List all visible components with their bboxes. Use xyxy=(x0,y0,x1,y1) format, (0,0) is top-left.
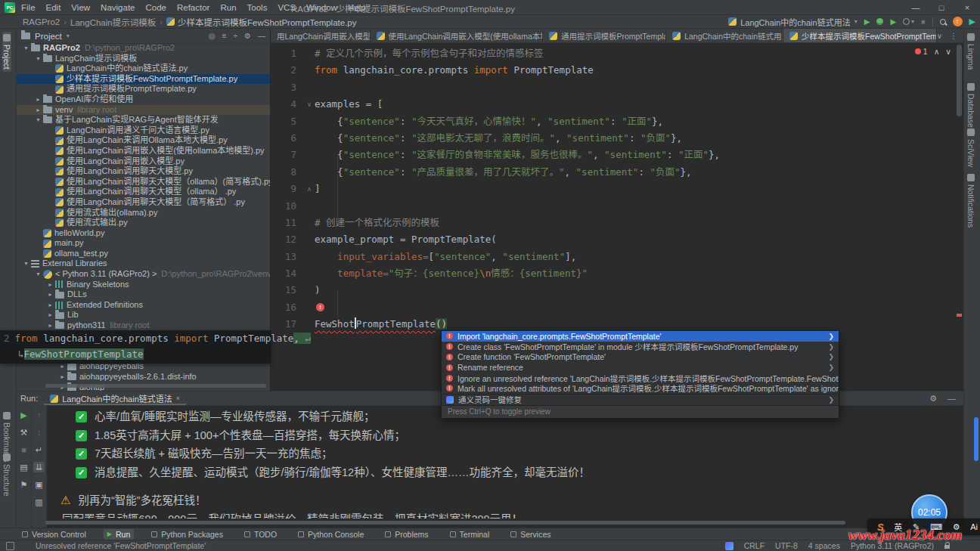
close-button[interactable]: × xyxy=(954,0,980,15)
intention-item[interactable]: !Ignore an unresolved reference 'LangCha… xyxy=(442,373,839,383)
sidebar-item-lingma[interactable]: Lingma xyxy=(966,33,975,70)
menu-item-run[interactable]: Run xyxy=(220,3,236,12)
tree-item[interactable]: ▸venvlibrary root xyxy=(17,105,270,116)
editor-code-area[interactable]: # 定义几个示例，每个示例包含句子和对应的情感标签from langchain_… xyxy=(315,45,954,333)
coverage-button[interactable]: ▶ xyxy=(890,17,896,26)
chevron-collapsed-icon[interactable]: ▸ xyxy=(45,310,55,320)
code-line[interactable]: input_variables=["sentence", "sentiment"… xyxy=(315,249,954,265)
run-configuration-select[interactable]: LangChain中的chain链式用法 ▾ xyxy=(728,16,858,28)
lock-icon[interactable] xyxy=(944,545,950,549)
chevron-collapsed-icon[interactable]: ▸ xyxy=(45,320,55,331)
chevron-collapsed-icon[interactable]: ▸ xyxy=(57,372,67,382)
tree-item[interactable]: ▸Binary Skeletons xyxy=(17,280,270,290)
code-line[interactable]: template="句子：{sentence}\n情感：{sentiment}" xyxy=(315,265,954,282)
run-button[interactable]: ▶ xyxy=(864,17,870,26)
maximize-button[interactable]: □ xyxy=(929,0,954,15)
menu-item-code[interactable]: Code xyxy=(145,3,166,12)
menu-item-file[interactable]: File xyxy=(21,3,36,12)
status-widget[interactable]: 4 spaces xyxy=(808,541,840,550)
tree-item[interactable]: 使用LangChain调用嵌入模型.py xyxy=(17,156,270,167)
fold-marker-icon[interactable]: ∧ xyxy=(304,181,315,197)
editor-tab[interactable]: 通用提示词模板PromptTemplate.py× xyxy=(543,29,666,42)
tree-item[interactable]: 使用LangChain来调用Ollama本地大模型.py xyxy=(17,135,270,146)
code-line[interactable]: ] xyxy=(315,181,954,197)
tool-window-button-python-packages[interactable]: Python Packages xyxy=(147,529,227,540)
tree-item[interactable]: ▸aiohappyeyeballs-2.6.1.dist-info xyxy=(17,372,270,382)
tree-horizontal-scrollbar[interactable] xyxy=(45,384,266,388)
more-options-icon[interactable]: ⋮ xyxy=(950,32,957,40)
tree-item[interactable]: LangChain调用通义千问大语言模型.py xyxy=(17,125,270,136)
menu-item-edit[interactable]: Edit xyxy=(46,3,61,12)
sidebar-item-notifications[interactable]: Notifications xyxy=(966,174,975,228)
tree-item[interactable]: 使用LangChain调用聊天大模型（ollama）(简写格式).py xyxy=(17,177,270,187)
tree-item[interactable]: 通用提示词模板PromptTemplate.py xyxy=(17,84,270,94)
scrollbar-thumb[interactable] xyxy=(957,45,962,116)
tree-item[interactable]: LangChain中的chain链式语法.py xyxy=(17,63,270,74)
tree-item[interactable]: ▸python311library root xyxy=(17,320,270,331)
tool-window-button-problems[interactable]: Problems xyxy=(381,529,432,540)
tree-item[interactable]: 使用LangChain调用嵌入模型(使用ollama本地模型).py xyxy=(17,146,270,156)
tree-item[interactable]: 少样本提示词模板FewShotPromptTemplate.py xyxy=(17,74,270,85)
editor-tab[interactable]: 少样本提示词模板FewShotPromptTemplate.py× xyxy=(783,29,937,42)
editor-tab[interactable]: LangChain中的chain链式用法.py× xyxy=(666,29,783,42)
editor-tab[interactable]: 使用LangChain调用嵌入模型(使用ollama本地模型).py× xyxy=(371,29,543,42)
menu-item-refactor[interactable]: Refactor xyxy=(177,3,209,12)
tree-item[interactable]: ▸Lib xyxy=(17,310,270,320)
down-stack-icon[interactable]: ↓ xyxy=(33,427,45,438)
code-line[interactable]: {"sentence": "产品质量很差，用了几天就坏了。", "sentime… xyxy=(315,164,954,181)
console-horizontal-scrollbar[interactable] xyxy=(45,521,845,525)
code-line[interactable] xyxy=(315,198,954,215)
breadcrumb-item[interactable]: 少样本提示词模板FewShotPromptTemplate.py xyxy=(166,16,356,28)
tree-item[interactable]: 使用LangChain调用聊天大模型（简写格式） .py xyxy=(17,197,270,208)
tree-item[interactable]: 使用流式输出.py xyxy=(17,218,270,228)
tool-window-button-todo[interactable]: TODO xyxy=(240,529,281,540)
tree-item[interactable]: ▸OpenAI库介绍和使用 xyxy=(17,94,270,105)
code-line[interactable]: # 定义几个示例，每个示例包含句子和对应的情感标签 xyxy=(315,45,954,62)
tool-window-button-run[interactable]: ▶Run xyxy=(104,529,134,540)
update-notification-icon[interactable]: ↑ xyxy=(953,17,963,26)
tool-window-button-python-console[interactable]: Python Console xyxy=(294,529,368,540)
hide-panel-icon[interactable]: — xyxy=(947,394,956,404)
fold-marker-icon[interactable]: ∨ xyxy=(304,96,315,113)
window-scrollbar-thumb[interactable] xyxy=(974,417,978,461)
code-line[interactable] xyxy=(315,79,954,96)
lingma-status-icon[interactable] xyxy=(725,542,733,550)
tree-item[interactable]: ▾RAGPro2D:\python_pro\RAGPro2 xyxy=(17,43,270,54)
tool-window-button-terminal[interactable]: Terminal xyxy=(446,529,494,540)
chevron-collapsed-icon[interactable]: ▸ xyxy=(45,300,55,311)
soft-wrap-icon[interactable]: ↵ xyxy=(33,444,45,455)
tree-item[interactable]: 使用LangChain调用聊天大模型.py xyxy=(17,166,270,177)
chevron-collapsed-icon[interactable]: ▸ xyxy=(45,289,55,300)
tree-item[interactable]: 使用流式输出(ollama).py xyxy=(17,208,270,218)
code-line[interactable]: example_prompt = PromptTemplate( xyxy=(315,231,954,248)
chevron-collapsed-icon[interactable]: ▸ xyxy=(33,94,43,105)
tree-item[interactable]: ▾< Python 3.11 (RAGPro2) >D:\python_pro\… xyxy=(17,269,270,280)
tree-item[interactable]: ▸DLLs xyxy=(17,289,270,300)
tree-item[interactable]: ▾基于LangChain实现RAG与Agent智能体开发 xyxy=(17,115,270,125)
gear-icon[interactable]: ⚙ xyxy=(929,394,937,404)
chevron-collapsed-icon[interactable]: ▸ xyxy=(33,105,43,116)
sidebar-item-database[interactable]: Database xyxy=(966,83,975,128)
chevron-expanded-icon[interactable]: ▾ xyxy=(33,54,43,64)
next-error-icon[interactable]: ∨ xyxy=(945,47,951,56)
lingma-toolbar-icon[interactable]: ▶ xyxy=(969,17,975,26)
inspection-widget[interactable]: 1 ∧ ∨ xyxy=(915,47,951,56)
intention-item[interactable]: !Mark all unresolved attributes of 'Lang… xyxy=(442,383,839,394)
run-console-output[interactable]: ✓心率/血氧/睡眠实时监测—专业级传感器，不输千元旗舰；✓1.85英寸高清大屏 … xyxy=(47,405,963,518)
intention-item[interactable]: !Create function 'FewShotPromptTemplate'… xyxy=(442,352,839,363)
tree-item[interactable]: ▸Extended Definitions xyxy=(17,300,270,311)
chevron-expanded-icon[interactable]: ▾ xyxy=(33,115,43,125)
locate-file-icon[interactable]: ◎ xyxy=(209,32,216,40)
stop-button[interactable]: ■ xyxy=(921,18,925,26)
intention-item[interactable]: 通义灵码一键修复❯ xyxy=(442,394,839,405)
code-line[interactable]: examples = [ xyxy=(315,96,954,113)
up-stack-icon[interactable]: ↑ xyxy=(33,410,45,420)
clear-all-icon[interactable]: ▥ xyxy=(33,497,45,507)
gear-icon[interactable]: ⚙ xyxy=(244,32,251,40)
error-bulb-icon[interactable]: ! xyxy=(316,303,324,311)
tree-item[interactable]: main.py xyxy=(17,238,270,249)
rerun-button[interactable]: ▶ xyxy=(18,410,29,420)
chevron-down-icon[interactable]: ∨ xyxy=(937,32,942,40)
dump-icon[interactable]: ▤ xyxy=(18,462,29,472)
code-line[interactable]: from langchain_core.prompts import Promp… xyxy=(315,62,954,79)
